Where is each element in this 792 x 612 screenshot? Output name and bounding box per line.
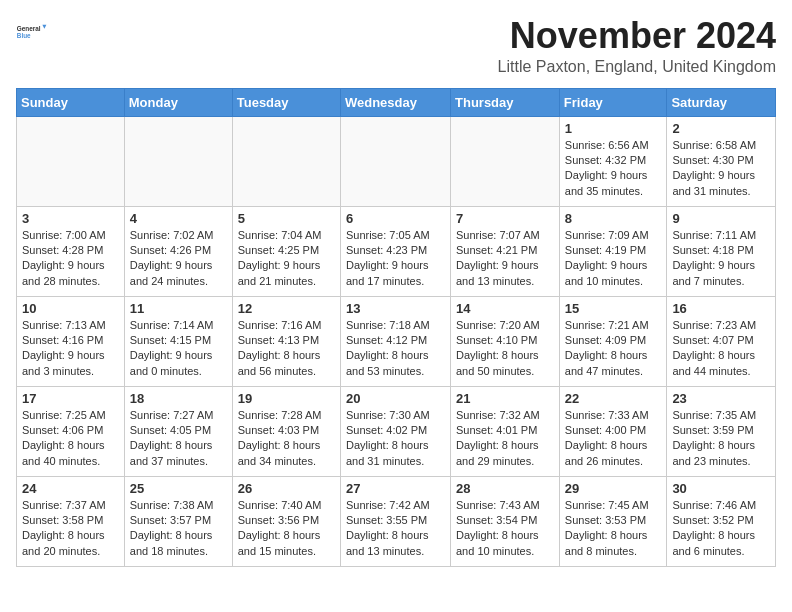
day-info: Sunrise: 7:05 AM Sunset: 4:23 PM Dayligh… [346,228,445,290]
day-number: 12 [238,301,335,316]
day-info: Sunrise: 7:35 AM Sunset: 3:59 PM Dayligh… [672,408,770,470]
calendar-cell: 11Sunrise: 7:14 AM Sunset: 4:15 PM Dayli… [124,296,232,386]
day-info: Sunrise: 7:45 AM Sunset: 3:53 PM Dayligh… [565,498,662,560]
calendar-cell: 27Sunrise: 7:42 AM Sunset: 3:55 PM Dayli… [340,476,450,566]
day-number: 5 [238,211,335,226]
day-number: 16 [672,301,770,316]
calendar-cell: 18Sunrise: 7:27 AM Sunset: 4:05 PM Dayli… [124,386,232,476]
day-number: 30 [672,481,770,496]
calendar-cell [451,116,560,206]
day-number: 28 [456,481,554,496]
calendar-cell: 14Sunrise: 7:20 AM Sunset: 4:10 PM Dayli… [451,296,560,386]
weekday-header-row: SundayMondayTuesdayWednesdayThursdayFrid… [17,88,776,116]
calendar-table: SundayMondayTuesdayWednesdayThursdayFrid… [16,88,776,567]
svg-text:General: General [17,25,41,32]
day-info: Sunrise: 7:43 AM Sunset: 3:54 PM Dayligh… [456,498,554,560]
day-info: Sunrise: 7:46 AM Sunset: 3:52 PM Dayligh… [672,498,770,560]
calendar-cell [17,116,125,206]
calendar-week-1: 3Sunrise: 7:00 AM Sunset: 4:28 PM Daylig… [17,206,776,296]
calendar-cell: 12Sunrise: 7:16 AM Sunset: 4:13 PM Dayli… [232,296,340,386]
calendar-cell: 24Sunrise: 7:37 AM Sunset: 3:58 PM Dayli… [17,476,125,566]
location-subtitle: Little Paxton, England, United Kingdom [498,58,776,76]
day-number: 10 [22,301,119,316]
day-number: 2 [672,121,770,136]
day-info: Sunrise: 7:25 AM Sunset: 4:06 PM Dayligh… [22,408,119,470]
calendar-cell: 21Sunrise: 7:32 AM Sunset: 4:01 PM Dayli… [451,386,560,476]
calendar-week-0: 1Sunrise: 6:56 AM Sunset: 4:32 PM Daylig… [17,116,776,206]
day-info: Sunrise: 7:23 AM Sunset: 4:07 PM Dayligh… [672,318,770,380]
svg-text:Blue: Blue [17,32,31,39]
day-info: Sunrise: 7:14 AM Sunset: 4:15 PM Dayligh… [130,318,227,380]
day-info: Sunrise: 7:37 AM Sunset: 3:58 PM Dayligh… [22,498,119,560]
day-number: 27 [346,481,445,496]
page-header: GeneralBlue November 2024 Little Paxton,… [16,16,776,76]
logo-icon: GeneralBlue [16,16,48,48]
day-info: Sunrise: 7:42 AM Sunset: 3:55 PM Dayligh… [346,498,445,560]
day-info: Sunrise: 7:21 AM Sunset: 4:09 PM Dayligh… [565,318,662,380]
day-number: 1 [565,121,662,136]
day-info: Sunrise: 7:18 AM Sunset: 4:12 PM Dayligh… [346,318,445,380]
calendar-cell: 13Sunrise: 7:18 AM Sunset: 4:12 PM Dayli… [340,296,450,386]
day-number: 6 [346,211,445,226]
calendar-cell: 28Sunrise: 7:43 AM Sunset: 3:54 PM Dayli… [451,476,560,566]
weekday-header-sunday: Sunday [17,88,125,116]
calendar-cell: 15Sunrise: 7:21 AM Sunset: 4:09 PM Dayli… [559,296,667,386]
calendar-week-4: 24Sunrise: 7:37 AM Sunset: 3:58 PM Dayli… [17,476,776,566]
day-number: 9 [672,211,770,226]
day-info: Sunrise: 7:02 AM Sunset: 4:26 PM Dayligh… [130,228,227,290]
calendar-cell [232,116,340,206]
day-info: Sunrise: 7:27 AM Sunset: 4:05 PM Dayligh… [130,408,227,470]
day-number: 18 [130,391,227,406]
calendar-cell: 9Sunrise: 7:11 AM Sunset: 4:18 PM Daylig… [667,206,776,296]
calendar-cell: 4Sunrise: 7:02 AM Sunset: 4:26 PM Daylig… [124,206,232,296]
weekday-header-thursday: Thursday [451,88,560,116]
day-info: Sunrise: 7:00 AM Sunset: 4:28 PM Dayligh… [22,228,119,290]
day-info: Sunrise: 7:11 AM Sunset: 4:18 PM Dayligh… [672,228,770,290]
calendar-cell: 23Sunrise: 7:35 AM Sunset: 3:59 PM Dayli… [667,386,776,476]
calendar-cell: 10Sunrise: 7:13 AM Sunset: 4:16 PM Dayli… [17,296,125,386]
day-number: 25 [130,481,227,496]
day-number: 4 [130,211,227,226]
weekday-header-friday: Friday [559,88,667,116]
calendar-cell: 25Sunrise: 7:38 AM Sunset: 3:57 PM Dayli… [124,476,232,566]
day-number: 26 [238,481,335,496]
calendar-cell [124,116,232,206]
calendar-cell: 17Sunrise: 7:25 AM Sunset: 4:06 PM Dayli… [17,386,125,476]
day-number: 20 [346,391,445,406]
day-info: Sunrise: 7:30 AM Sunset: 4:02 PM Dayligh… [346,408,445,470]
day-number: 11 [130,301,227,316]
svg-marker-0 [42,25,46,29]
calendar-cell: 6Sunrise: 7:05 AM Sunset: 4:23 PM Daylig… [340,206,450,296]
day-number: 7 [456,211,554,226]
weekday-header-tuesday: Tuesday [232,88,340,116]
day-info: Sunrise: 7:07 AM Sunset: 4:21 PM Dayligh… [456,228,554,290]
day-info: Sunrise: 6:56 AM Sunset: 4:32 PM Dayligh… [565,138,662,200]
day-number: 24 [22,481,119,496]
logo: GeneralBlue [16,16,52,48]
day-number: 8 [565,211,662,226]
day-number: 23 [672,391,770,406]
calendar-cell: 1Sunrise: 6:56 AM Sunset: 4:32 PM Daylig… [559,116,667,206]
calendar-cell: 19Sunrise: 7:28 AM Sunset: 4:03 PM Dayli… [232,386,340,476]
calendar-cell: 5Sunrise: 7:04 AM Sunset: 4:25 PM Daylig… [232,206,340,296]
title-area: November 2024 Little Paxton, England, Un… [498,16,776,76]
day-number: 21 [456,391,554,406]
day-number: 22 [565,391,662,406]
month-title: November 2024 [498,16,776,56]
calendar-cell: 22Sunrise: 7:33 AM Sunset: 4:00 PM Dayli… [559,386,667,476]
calendar-cell: 3Sunrise: 7:00 AM Sunset: 4:28 PM Daylig… [17,206,125,296]
day-info: Sunrise: 7:16 AM Sunset: 4:13 PM Dayligh… [238,318,335,380]
calendar-cell [340,116,450,206]
day-info: Sunrise: 7:32 AM Sunset: 4:01 PM Dayligh… [456,408,554,470]
calendar-cell: 2Sunrise: 6:58 AM Sunset: 4:30 PM Daylig… [667,116,776,206]
day-info: Sunrise: 7:33 AM Sunset: 4:00 PM Dayligh… [565,408,662,470]
weekday-header-monday: Monday [124,88,232,116]
calendar-cell: 20Sunrise: 7:30 AM Sunset: 4:02 PM Dayli… [340,386,450,476]
day-number: 15 [565,301,662,316]
calendar-week-3: 17Sunrise: 7:25 AM Sunset: 4:06 PM Dayli… [17,386,776,476]
day-number: 17 [22,391,119,406]
day-info: Sunrise: 7:13 AM Sunset: 4:16 PM Dayligh… [22,318,119,380]
day-info: Sunrise: 7:04 AM Sunset: 4:25 PM Dayligh… [238,228,335,290]
day-info: Sunrise: 6:58 AM Sunset: 4:30 PM Dayligh… [672,138,770,200]
calendar-cell: 8Sunrise: 7:09 AM Sunset: 4:19 PM Daylig… [559,206,667,296]
